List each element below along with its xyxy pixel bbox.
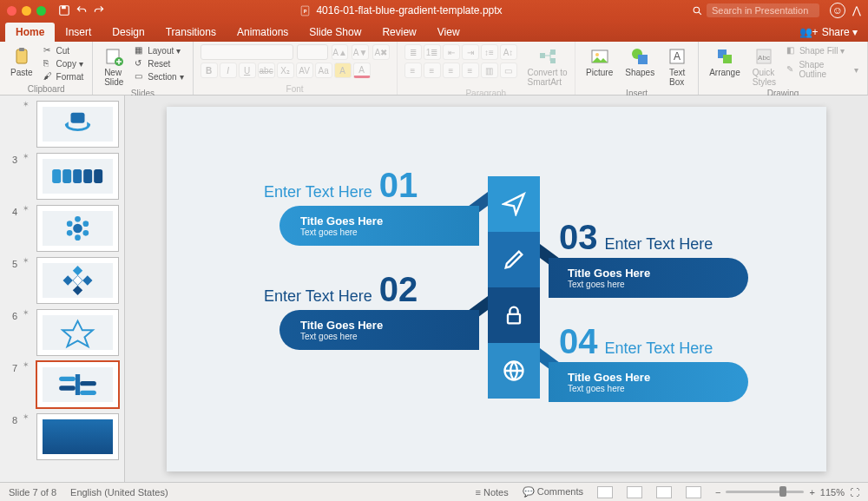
shape-outline-button[interactable]: ✎Shape Outline ▾ xyxy=(785,59,860,80)
align-right-icon[interactable]: ≡ xyxy=(443,63,460,78)
tab-review[interactable]: Review xyxy=(372,23,426,42)
reading-view-icon[interactable] xyxy=(656,486,672,498)
underline-icon[interactable]: U xyxy=(239,63,256,78)
svg-rect-41 xyxy=(73,275,82,285)
search-icon xyxy=(692,5,703,16)
shapes-button[interactable]: Shapes xyxy=(621,44,658,79)
align-left-icon[interactable]: ≡ xyxy=(404,63,422,78)
indent-right-icon[interactable]: ⇥ xyxy=(462,44,479,60)
arrange-button[interactable]: Arrange xyxy=(706,44,744,79)
bold-icon[interactable]: B xyxy=(201,63,218,78)
section-button[interactable]: ▭Section ▾ xyxy=(133,70,185,82)
tab-design[interactable]: Design xyxy=(102,23,155,42)
line-spacing-icon[interactable]: ↕≡ xyxy=(481,44,498,60)
reset-button[interactable]: ↺Reset xyxy=(133,57,185,69)
format-painter-button[interactable]: 🖌Format xyxy=(42,70,86,82)
svg-rect-45 xyxy=(59,386,76,390)
bullets-icon[interactable]: ≣ xyxy=(404,44,422,60)
justify-icon[interactable]: ≡ xyxy=(462,63,479,78)
tab-insert[interactable]: Insert xyxy=(55,23,102,42)
columns-icon[interactable]: ▥ xyxy=(481,63,498,78)
subscript-icon[interactable]: X₂ xyxy=(277,63,294,78)
share-button[interactable]: 👥+Share ▾ xyxy=(789,26,868,42)
feedback-icon[interactable]: ☺ xyxy=(830,3,845,18)
font-family-select[interactable] xyxy=(201,44,294,60)
highlight-icon[interactable]: A xyxy=(334,63,352,78)
align-text-icon[interactable]: ▭ xyxy=(500,63,517,78)
indent-left-icon[interactable]: ⇤ xyxy=(443,44,460,60)
slide-indicator: Slide 7 of 8 xyxy=(9,487,56,498)
svg-text:P: P xyxy=(304,8,307,13)
picture-button[interactable]: Picture xyxy=(582,44,616,79)
copy-button[interactable]: ⎘Copy ▾ xyxy=(42,57,86,69)
notes-button[interactable]: ≡ Notes xyxy=(476,487,509,498)
fit-to-window-icon[interactable]: ⛶ xyxy=(850,487,859,498)
arm-02[interactable]: Title Goes HereText goes here xyxy=(279,310,479,350)
svg-rect-11 xyxy=(550,58,556,63)
slide-thumb-5[interactable] xyxy=(36,257,119,304)
status-bar: Slide 7 of 8 English (United States) ≡ N… xyxy=(0,482,868,501)
tab-transitions[interactable]: Transitions xyxy=(155,23,227,42)
paste-button[interactable]: Paste xyxy=(7,44,36,79)
align-center-icon[interactable]: ≡ xyxy=(424,63,441,78)
cut-button[interactable]: ✂Cut xyxy=(42,44,86,56)
language-indicator[interactable]: English (United States) xyxy=(70,487,168,498)
svg-marker-42 xyxy=(62,321,93,346)
italic-icon[interactable]: I xyxy=(220,63,237,78)
close-window-icon[interactable] xyxy=(7,6,16,16)
svg-rect-40 xyxy=(73,286,82,295)
filename: 4016-01-flat-blue-gradient-template.pptx xyxy=(316,4,502,16)
svg-text:A: A xyxy=(674,50,681,63)
layout-button[interactable]: ▦Layout ▾ xyxy=(133,44,185,56)
slide-thumb-6[interactable] xyxy=(36,309,119,356)
redo-icon[interactable] xyxy=(93,4,105,16)
decrease-font-icon[interactable]: A▼ xyxy=(352,44,369,60)
slideshow-view-icon[interactable] xyxy=(686,486,701,498)
slide[interactable]: Enter Text Here01 Enter Text Here02 03En… xyxy=(167,107,826,471)
textbox-button[interactable]: AText Box xyxy=(663,44,691,89)
arm-01[interactable]: Title Goes HereText goes here xyxy=(279,206,479,246)
svg-rect-38 xyxy=(63,275,73,285)
zoom-control[interactable]: − + 115% ⛶ xyxy=(715,487,859,498)
convert-smartart-button[interactable]: Convert to SmartArt xyxy=(524,44,571,89)
numbering-icon[interactable]: 1≣ xyxy=(424,44,441,60)
undo-icon[interactable] xyxy=(76,4,88,16)
clear-format-icon[interactable]: A✖ xyxy=(372,44,390,60)
zoom-level[interactable]: 115% xyxy=(820,487,845,498)
slide-thumb-4[interactable] xyxy=(36,205,119,252)
comments-button[interactable]: 💬 Comments xyxy=(523,486,583,498)
title-chevron-icon[interactable]: ⋀ xyxy=(852,4,861,16)
maximize-window-icon[interactable] xyxy=(36,6,46,16)
zoom-in-icon[interactable]: + xyxy=(809,487,814,498)
arm-04[interactable]: Title Goes HereText goes here xyxy=(549,362,748,402)
tab-slideshow[interactable]: Slide Show xyxy=(299,23,372,42)
new-slide-button[interactable]: New Slide xyxy=(100,44,128,89)
arm-03[interactable]: Title Goes HereText goes here xyxy=(549,258,748,298)
slide-thumb-2[interactable] xyxy=(36,101,119,148)
slide-thumb-7[interactable] xyxy=(36,361,119,408)
normal-view-icon[interactable] xyxy=(597,486,613,498)
zoom-slider[interactable] xyxy=(726,491,804,493)
svg-point-36 xyxy=(67,221,73,227)
slide-thumb-3[interactable] xyxy=(36,153,119,200)
zoom-out-icon[interactable]: − xyxy=(715,487,720,498)
char-spacing-icon[interactable]: AV xyxy=(296,63,313,78)
workspace: ✶ 3✶ 4✶ 5✶ 6✶ 7✶ 8✶ Enter Text H xyxy=(0,96,868,482)
text-direction-icon[interactable]: A↕ xyxy=(500,44,517,60)
font-size-select[interactable] xyxy=(297,44,327,60)
search-input[interactable] xyxy=(707,3,819,17)
shape-fill-button[interactable]: ◧Shape Fill ▾ xyxy=(785,44,860,56)
sorter-view-icon[interactable] xyxy=(627,486,642,498)
tab-animations[interactable]: Animations xyxy=(227,23,299,42)
change-case-icon[interactable]: Aa xyxy=(315,63,332,78)
minimize-window-icon[interactable] xyxy=(22,6,31,16)
save-icon[interactable] xyxy=(58,4,70,16)
strikethrough-icon[interactable]: abc xyxy=(258,63,275,78)
slide-thumb-8[interactable] xyxy=(36,413,119,460)
font-color-icon[interactable]: A xyxy=(353,63,371,78)
tab-home[interactable]: Home xyxy=(5,23,55,42)
increase-font-icon[interactable]: A▲ xyxy=(332,44,349,60)
tab-view[interactable]: View xyxy=(427,23,470,42)
quick-styles-button[interactable]: AbcQuick Styles xyxy=(749,44,779,89)
slide-canvas[interactable]: Enter Text Here01 Enter Text Here02 03En… xyxy=(125,96,868,482)
